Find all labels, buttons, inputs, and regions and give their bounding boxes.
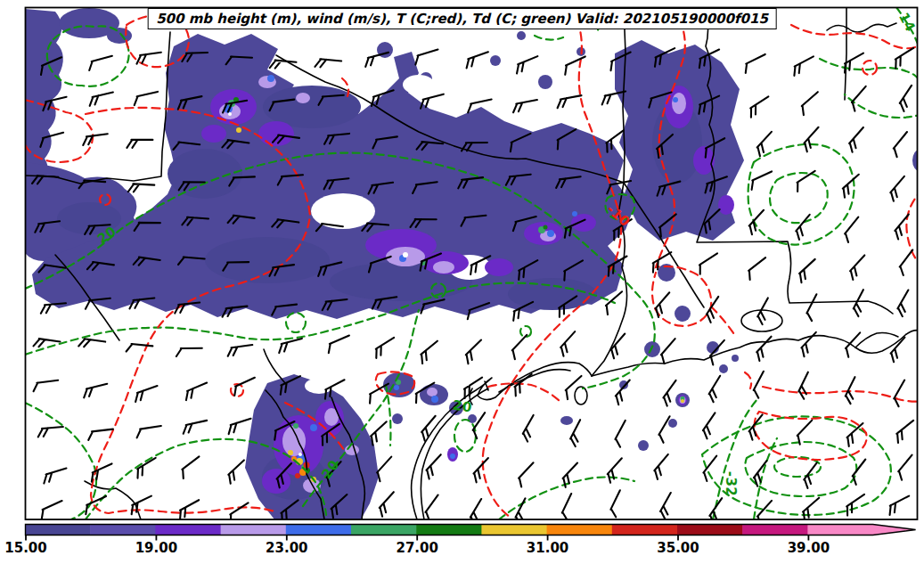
wind-barb (34, 338, 61, 349)
wind-barb (696, 253, 722, 274)
wind-barb (133, 92, 159, 105)
wind-barb (509, 335, 532, 359)
wind-barb (805, 294, 823, 321)
wind-barb (128, 184, 154, 192)
wind-barb (226, 503, 252, 523)
colorbar-tick-label: 35.00 (644, 540, 712, 556)
colorbar-tick-label: 39.00 (774, 540, 842, 556)
colorbar-tick-label: 27.00 (383, 540, 451, 556)
wind-barb (513, 498, 532, 525)
wind-barb (516, 462, 539, 486)
wind-barb (851, 290, 870, 316)
wind-barb (746, 210, 769, 234)
wind-barb (796, 259, 820, 282)
wind-barb (182, 421, 209, 434)
colorbar-tick-label: 31.00 (514, 540, 582, 556)
colorbar-tick-label: 23.00 (253, 540, 321, 556)
wind-barb (315, 59, 341, 69)
wind-barb (419, 416, 442, 441)
colorbar-segment (286, 525, 352, 535)
wind-barb (183, 383, 209, 401)
colorbar-tick-label: 15.00 (0, 540, 60, 556)
colorbar-arrow (873, 525, 916, 535)
wind-barb (891, 132, 913, 157)
wind-barb (82, 134, 109, 145)
wind-barb (707, 376, 727, 402)
wind-barb (413, 50, 440, 65)
wind-barb (847, 255, 871, 279)
wind-barb (799, 498, 824, 521)
wind-barb (176, 500, 203, 519)
wind-barb (227, 345, 254, 356)
wind-barb (568, 420, 587, 446)
wind-barb (755, 501, 778, 526)
wind-barb (87, 429, 114, 440)
wind-barb (226, 419, 253, 434)
wind-barb (127, 140, 152, 148)
wind-barb (793, 215, 816, 240)
wind-barb (511, 100, 538, 112)
wind-barb (135, 426, 162, 437)
colorbar-segment (807, 525, 873, 535)
colorbar-segment (155, 525, 221, 535)
wind-barb (892, 380, 912, 407)
wind-barb (462, 340, 487, 364)
wind-barb (742, 54, 769, 73)
wind-barb (38, 501, 65, 519)
weather-map-figure: 500 mb height (m), wind (m/s), T (C;red)… (0, 0, 924, 564)
wind-barb (652, 292, 675, 317)
colorbar-segment (221, 525, 287, 535)
wind-barb (178, 456, 204, 478)
wind-barb (133, 386, 159, 402)
wind-barb (748, 171, 775, 189)
wind-barb (887, 176, 911, 201)
wind-barb (892, 214, 915, 239)
contour-label: 20 (452, 397, 473, 416)
wind-barb (520, 415, 540, 442)
contour-label: -32 (723, 471, 739, 497)
colorbar-segment (481, 525, 547, 535)
map-canvas (0, 0, 924, 564)
wind-barb (846, 127, 870, 152)
wind-barb (423, 454, 446, 478)
wind-barb (325, 335, 352, 353)
wind-barb (895, 290, 915, 316)
title-box: 500 mb height (m), wind (m/s), T (C;red)… (147, 8, 777, 29)
wind-barb (560, 463, 583, 487)
wind-barb (372, 338, 398, 358)
wind-barb (613, 421, 633, 447)
wind-barb (801, 127, 824, 152)
wind-barb (461, 378, 487, 398)
wind-barb (893, 421, 918, 443)
wind-barb (87, 56, 114, 70)
wind-barb (556, 95, 583, 108)
wind-barb (843, 332, 866, 356)
wind-barb (892, 48, 918, 69)
wind-barb (794, 421, 818, 445)
wind-barb (897, 86, 919, 111)
wind-barb (423, 495, 445, 520)
colorbar-segment (677, 525, 743, 535)
figure-title: 500 mb height (m), wind (m/s), T (C;red)… (156, 11, 768, 27)
wind-barb (78, 339, 105, 350)
colorbar-segment (90, 525, 156, 535)
wind-barb (651, 454, 675, 479)
wind-barb (897, 249, 920, 275)
wind-barb (561, 56, 588, 74)
wind-barb (751, 372, 771, 398)
wind-barb (417, 341, 442, 364)
wind-barb (558, 331, 581, 356)
wind-barb (609, 490, 627, 517)
wind-barb (839, 175, 864, 198)
wind-barb (754, 132, 777, 156)
wind-barb (127, 344, 153, 355)
wind-barb (37, 427, 64, 437)
wind-barb (700, 413, 722, 438)
colorbar-segment (351, 525, 417, 535)
wind-barb (464, 52, 491, 68)
wind-barb (88, 463, 115, 481)
wind-barb (797, 372, 815, 399)
wind-barb (32, 380, 59, 392)
wind-barb (42, 469, 69, 484)
wind-barb (886, 496, 912, 515)
